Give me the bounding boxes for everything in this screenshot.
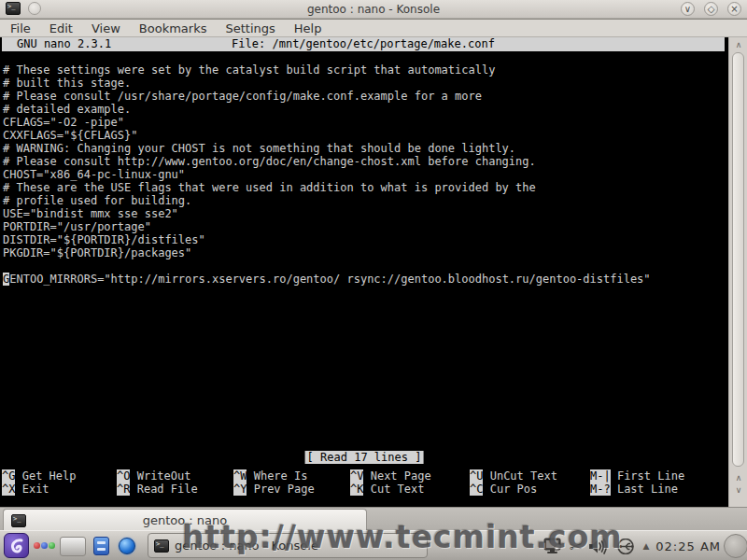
show-desktop-icon[interactable] xyxy=(60,537,86,556)
nano-filename: File: /mnt/gentoo/etc/portage/make.conf xyxy=(232,37,495,51)
editor-line: # detailed example. xyxy=(3,103,651,116)
editor-line xyxy=(3,259,651,273)
drawer-icon[interactable] xyxy=(93,537,109,555)
nano-status-message: [ Read 17 lines ] xyxy=(305,451,424,464)
app-launcher-icon[interactable] xyxy=(4,533,29,558)
nano-version: GNU nano 2.3.1 xyxy=(17,37,111,51)
shortcut-next-page: ^V Next Page xyxy=(350,469,431,483)
editor-line: USE="bindist mmx sse sse2" xyxy=(3,207,651,220)
expand-tray-icon[interactable]: ▲ xyxy=(642,541,649,551)
menu-file[interactable]: File xyxy=(2,21,39,35)
editor-line: PKGDIR="${PORTDIR}/packages" xyxy=(3,246,651,259)
editor-line: # These settings were set by the catalys… xyxy=(3,63,651,77)
editor-line: CHOST="x86_64-pc-linux-gnu" xyxy=(3,168,651,181)
editor-line: CXXFLAGS="${CFLAGS}" xyxy=(3,129,651,142)
pin-button[interactable] xyxy=(28,2,41,15)
shortcut-get-help: ^G Get Help xyxy=(2,469,76,483)
editor-line: # Please consult /usr/share/portage/conf… xyxy=(3,90,651,103)
pager-dot-red xyxy=(34,542,40,549)
menu-bookmarks[interactable]: Bookmarks xyxy=(131,21,216,35)
clock[interactable]: 02:25 AM xyxy=(655,539,721,553)
watermark-text: http://www.tecmint.com xyxy=(182,519,623,555)
window-titlebar[interactable]: >_ gentoo : nano - Konsole ∨ ◇ × xyxy=(0,0,747,19)
launcher-swirl-icon xyxy=(7,537,27,556)
menu-bar: FileEditViewBookmarksSettingsHelp xyxy=(0,20,747,37)
shortcut-writeout: ^O WriteOut xyxy=(117,469,190,483)
konsole-icon: >_ xyxy=(11,514,26,527)
konsole-icon: >_ xyxy=(6,2,21,15)
editor-line: # These are the USE flags that were used… xyxy=(3,181,651,194)
scrollbar[interactable]: ∧ ∧ ∨ xyxy=(728,37,747,507)
scroll-down-icon[interactable]: ∨ xyxy=(729,484,747,496)
pager-dot-blue xyxy=(41,542,48,549)
editor-line: # profile used for building. xyxy=(3,194,651,207)
editor-line: CFLAGS="-O2 -pipe" xyxy=(3,116,651,129)
shortcut-first-line: M-| First Line xyxy=(590,469,684,483)
text-cursor: G xyxy=(3,273,9,286)
editor-line: # Please consult http://www.gentoo.org/d… xyxy=(3,155,651,168)
scroll-up-icon[interactable]: ∧ xyxy=(729,472,747,483)
editor-buffer[interactable]: # These settings were set by the catalys… xyxy=(3,63,651,286)
editor-line: PORTDIR="/usr/portage" xyxy=(3,220,651,233)
window-title: gentoo : nano - Konsole xyxy=(0,3,747,16)
scrollbar-thumb[interactable] xyxy=(732,52,744,467)
shortcut-exit: ^X Exit xyxy=(2,483,49,496)
menu-edit[interactable]: Edit xyxy=(41,21,81,35)
panel-toolbox-icon[interactable] xyxy=(724,534,747,558)
konsole-icon: >_ xyxy=(154,539,169,553)
shortcut-prev-page: ^Y Prev Page xyxy=(233,483,315,496)
shortcut-where-is: ^W Where Is xyxy=(233,469,307,483)
shortcut-read-file: ^R Read File xyxy=(117,483,198,496)
shortcut-uncut-text: ^U UnCut Text xyxy=(470,469,557,483)
editor-line: DISTDIR="${PORTDIR}/distfiles" xyxy=(3,233,651,246)
pager-dots-icon[interactable] xyxy=(34,542,55,549)
menu-settings[interactable]: Settings xyxy=(217,21,283,35)
shortcut-cur-pos: ^C Cur Pos xyxy=(470,483,537,496)
menu-help[interactable]: Help xyxy=(286,21,331,35)
shortcuts-row2: ^X Exit^R Read File^Y Prev Page^K Cut Te… xyxy=(0,483,728,496)
shortcuts-row1: ^G Get Help^O WriteOut^W Where Is^V Next… xyxy=(0,469,728,483)
pager-dot-green xyxy=(49,542,55,549)
menu-view[interactable]: View xyxy=(83,21,129,35)
nano-header-bar: GNU nano 2.3.1 File: /mnt/gentoo/etc/por… xyxy=(2,37,725,51)
editor-line: # built this stage. xyxy=(3,77,651,90)
editor-line: GENTOO_MIRRORS="http://mirrors.xservers.… xyxy=(3,273,651,286)
terminal-area[interactable]: GNU nano 2.3.1 File: /mnt/gentoo/etc/por… xyxy=(0,37,728,507)
shortcut-last-line: M-? Last Line xyxy=(590,483,678,496)
shortcut-cut-text: ^K Cut Text xyxy=(350,483,424,496)
close-button[interactable]: × xyxy=(727,2,741,16)
maximize-button[interactable]: ◇ xyxy=(704,2,718,16)
editor-line: # WARNING: Changing your CHOST is not so… xyxy=(3,142,651,155)
minimize-button[interactable]: ∨ xyxy=(681,2,695,16)
scroll-up-icon[interactable]: ∧ xyxy=(729,39,747,50)
globe-icon[interactable] xyxy=(119,538,135,554)
